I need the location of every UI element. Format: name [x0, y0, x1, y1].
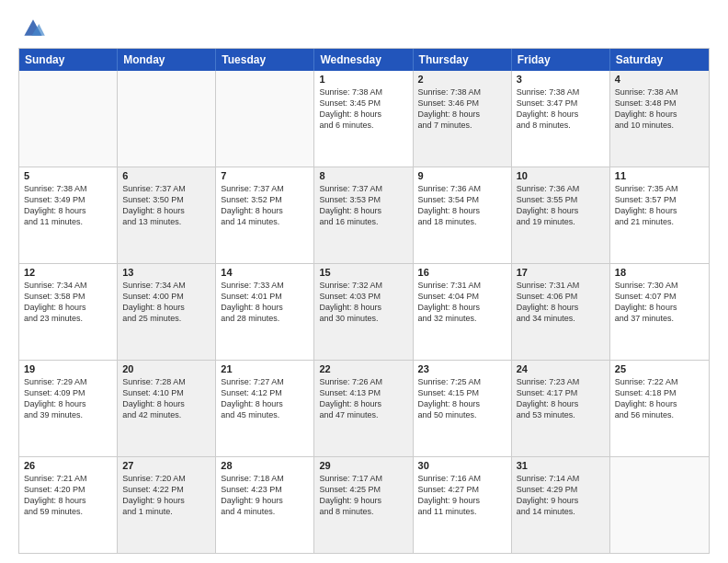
day-info: Sunrise: 7:38 AM Sunset: 3:49 PM Dayligh…: [24, 183, 112, 228]
day-number: 26: [24, 460, 112, 471]
day-cell-27: 27Sunrise: 7:20 AM Sunset: 4:22 PM Dayli…: [118, 457, 216, 553]
day-number: 4: [615, 74, 704, 85]
day-info: Sunrise: 7:32 AM Sunset: 4:03 PM Dayligh…: [319, 280, 407, 325]
weekday-header-thursday: Thursday: [414, 49, 512, 71]
calendar-header-row: SundayMondayTuesdayWednesdayThursdayFrid…: [19, 49, 709, 71]
day-number: 19: [24, 363, 112, 374]
day-number: 17: [517, 267, 605, 278]
logo: [18, 15, 51, 40]
calendar-row-1: 1Sunrise: 7:38 AM Sunset: 3:45 PM Daylig…: [19, 71, 709, 167]
day-cell-1: 1Sunrise: 7:38 AM Sunset: 3:45 PM Daylig…: [314, 71, 413, 167]
day-cell-24: 24Sunrise: 7:23 AM Sunset: 4:17 PM Dayli…: [512, 361, 610, 456]
day-cell-19: 19Sunrise: 7:29 AM Sunset: 4:09 PM Dayli…: [19, 361, 118, 456]
weekday-header-saturday: Saturday: [610, 49, 709, 71]
day-info: Sunrise: 7:26 AM Sunset: 4:13 PM Dayligh…: [319, 376, 407, 421]
day-info: Sunrise: 7:23 AM Sunset: 4:17 PM Dayligh…: [517, 376, 605, 421]
day-number: 29: [319, 460, 407, 471]
calendar-row-3: 12Sunrise: 7:34 AM Sunset: 3:58 PM Dayli…: [19, 263, 709, 360]
day-number: 14: [221, 267, 309, 278]
day-number: 20: [122, 363, 210, 374]
day-cell-21: 21Sunrise: 7:27 AM Sunset: 4:12 PM Dayli…: [216, 361, 314, 456]
day-cell-5: 5Sunrise: 7:38 AM Sunset: 3:49 PM Daylig…: [19, 167, 118, 263]
day-cell-11: 11Sunrise: 7:35 AM Sunset: 3:57 PM Dayli…: [610, 167, 709, 263]
day-info: Sunrise: 7:38 AM Sunset: 3:47 PM Dayligh…: [517, 86, 605, 132]
day-cell-empty-0-1: [118, 71, 216, 167]
day-cell-20: 20Sunrise: 7:28 AM Sunset: 4:10 PM Dayli…: [118, 361, 216, 456]
day-cell-14: 14Sunrise: 7:33 AM Sunset: 4:01 PM Dayli…: [216, 264, 314, 360]
day-info: Sunrise: 7:37 AM Sunset: 3:50 PM Dayligh…: [122, 183, 210, 228]
day-cell-16: 16Sunrise: 7:31 AM Sunset: 4:04 PM Dayli…: [414, 264, 512, 360]
day-info: Sunrise: 7:34 AM Sunset: 3:58 PM Dayligh…: [24, 280, 112, 325]
day-number: 28: [221, 460, 309, 471]
day-cell-31: 31Sunrise: 7:14 AM Sunset: 4:29 PM Dayli…: [512, 457, 610, 553]
day-number: 7: [221, 170, 309, 181]
day-cell-18: 18Sunrise: 7:30 AM Sunset: 4:07 PM Dayli…: [610, 264, 709, 360]
day-cell-12: 12Sunrise: 7:34 AM Sunset: 3:58 PM Dayli…: [19, 264, 118, 360]
day-cell-25: 25Sunrise: 7:22 AM Sunset: 4:18 PM Dayli…: [610, 361, 709, 456]
day-cell-8: 8Sunrise: 7:37 AM Sunset: 3:53 PM Daylig…: [314, 167, 413, 263]
day-number: 13: [122, 267, 210, 278]
weekday-header-tuesday: Tuesday: [216, 49, 314, 71]
day-number: 1: [319, 74, 407, 85]
day-number: 9: [418, 170, 506, 181]
day-info: Sunrise: 7:38 AM Sunset: 3:48 PM Dayligh…: [615, 86, 704, 132]
day-cell-2: 2Sunrise: 7:38 AM Sunset: 3:46 PM Daylig…: [414, 71, 512, 167]
weekday-header-sunday: Sunday: [19, 49, 118, 71]
day-number: 25: [615, 363, 704, 374]
day-info: Sunrise: 7:14 AM Sunset: 4:29 PM Dayligh…: [517, 473, 605, 518]
day-cell-empty-0-0: [19, 71, 118, 167]
calendar-row-5: 26Sunrise: 7:21 AM Sunset: 4:20 PM Dayli…: [19, 456, 709, 553]
day-cell-empty-0-2: [216, 71, 314, 167]
weekday-header-wednesday: Wednesday: [314, 49, 413, 71]
day-info: Sunrise: 7:35 AM Sunset: 3:57 PM Dayligh…: [615, 183, 704, 228]
day-cell-28: 28Sunrise: 7:18 AM Sunset: 4:23 PM Dayli…: [216, 457, 314, 553]
day-cell-7: 7Sunrise: 7:37 AM Sunset: 3:52 PM Daylig…: [216, 167, 314, 263]
day-cell-6: 6Sunrise: 7:37 AM Sunset: 3:50 PM Daylig…: [118, 167, 216, 263]
day-cell-30: 30Sunrise: 7:16 AM Sunset: 4:27 PM Dayli…: [414, 457, 512, 553]
day-number: 11: [615, 170, 704, 181]
day-info: Sunrise: 7:37 AM Sunset: 3:52 PM Dayligh…: [221, 183, 309, 228]
day-info: Sunrise: 7:31 AM Sunset: 4:06 PM Dayligh…: [517, 280, 605, 325]
calendar: SundayMondayTuesdayWednesdayThursdayFrid…: [18, 48, 710, 554]
day-number: 3: [517, 74, 605, 85]
day-info: Sunrise: 7:38 AM Sunset: 3:45 PM Dayligh…: [319, 86, 407, 132]
day-cell-29: 29Sunrise: 7:17 AM Sunset: 4:25 PM Dayli…: [314, 457, 413, 553]
day-info: Sunrise: 7:34 AM Sunset: 4:00 PM Dayligh…: [122, 280, 210, 325]
weekday-header-monday: Monday: [118, 49, 216, 71]
day-cell-9: 9Sunrise: 7:36 AM Sunset: 3:54 PM Daylig…: [414, 167, 512, 263]
day-info: Sunrise: 7:31 AM Sunset: 4:04 PM Dayligh…: [418, 280, 506, 325]
day-cell-empty-4-6: [610, 457, 709, 553]
calendar-row-2: 5Sunrise: 7:38 AM Sunset: 3:49 PM Daylig…: [19, 167, 709, 263]
day-number: 2: [418, 74, 506, 85]
day-info: Sunrise: 7:28 AM Sunset: 4:10 PM Dayligh…: [122, 376, 210, 421]
day-info: Sunrise: 7:18 AM Sunset: 4:23 PM Dayligh…: [221, 473, 309, 518]
day-cell-4: 4Sunrise: 7:38 AM Sunset: 3:48 PM Daylig…: [610, 71, 709, 167]
day-cell-17: 17Sunrise: 7:31 AM Sunset: 4:06 PM Dayli…: [512, 264, 610, 360]
day-info: Sunrise: 7:27 AM Sunset: 4:12 PM Dayligh…: [221, 376, 309, 421]
day-number: 18: [615, 267, 704, 278]
day-info: Sunrise: 7:17 AM Sunset: 4:25 PM Dayligh…: [319, 473, 407, 518]
calendar-body: 1Sunrise: 7:38 AM Sunset: 3:45 PM Daylig…: [19, 71, 709, 553]
day-cell-22: 22Sunrise: 7:26 AM Sunset: 4:13 PM Dayli…: [314, 361, 413, 456]
day-info: Sunrise: 7:22 AM Sunset: 4:18 PM Dayligh…: [615, 376, 704, 421]
day-cell-13: 13Sunrise: 7:34 AM Sunset: 4:00 PM Dayli…: [118, 264, 216, 360]
day-info: Sunrise: 7:16 AM Sunset: 4:27 PM Dayligh…: [418, 473, 506, 518]
day-cell-15: 15Sunrise: 7:32 AM Sunset: 4:03 PM Dayli…: [314, 264, 413, 360]
day-info: Sunrise: 7:21 AM Sunset: 4:20 PM Dayligh…: [24, 473, 112, 518]
day-number: 21: [221, 363, 309, 374]
day-number: 10: [517, 170, 605, 181]
day-info: Sunrise: 7:25 AM Sunset: 4:15 PM Dayligh…: [418, 376, 506, 421]
day-number: 30: [418, 460, 506, 471]
logo-icon: [18, 15, 48, 40]
day-number: 27: [122, 460, 210, 471]
day-cell-3: 3Sunrise: 7:38 AM Sunset: 3:47 PM Daylig…: [512, 71, 610, 167]
day-number: 16: [418, 267, 506, 278]
day-info: Sunrise: 7:33 AM Sunset: 4:01 PM Dayligh…: [221, 280, 309, 325]
day-number: 24: [517, 363, 605, 374]
header: [18, 15, 710, 40]
day-cell-10: 10Sunrise: 7:36 AM Sunset: 3:55 PM Dayli…: [512, 167, 610, 263]
day-info: Sunrise: 7:20 AM Sunset: 4:22 PM Dayligh…: [122, 473, 210, 518]
day-cell-23: 23Sunrise: 7:25 AM Sunset: 4:15 PM Dayli…: [414, 361, 512, 456]
day-number: 22: [319, 363, 407, 374]
day-info: Sunrise: 7:29 AM Sunset: 4:09 PM Dayligh…: [24, 376, 112, 421]
